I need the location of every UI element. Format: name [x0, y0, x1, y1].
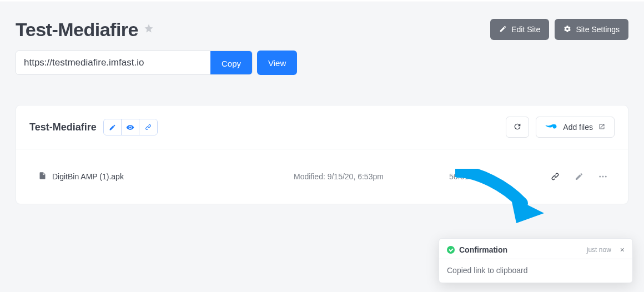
check-icon: [447, 246, 455, 254]
star-icon[interactable]: [144, 23, 154, 36]
more-icon[interactable]: [598, 172, 608, 182]
eye-icon[interactable]: [122, 119, 139, 135]
edit-site-label: Edit Site: [511, 25, 540, 34]
refresh-icon: [513, 122, 522, 133]
edit-icon[interactable]: [104, 119, 122, 135]
gear-icon: [564, 25, 571, 34]
toast-time: just now: [587, 246, 611, 254]
add-files-label: Add files: [563, 123, 593, 132]
page-title: Test-Mediafire: [16, 19, 138, 41]
pencil-icon: [499, 25, 507, 34]
card-title: Test-Mediafire: [29, 122, 97, 133]
confirmation-toast: Confirmation just now × Copied link to c…: [439, 238, 633, 283]
site-settings-label: Site Settings: [576, 25, 620, 34]
refresh-button[interactable]: [506, 117, 529, 138]
site-url-input[interactable]: [16, 51, 210, 74]
file-row[interactable]: DigitBin AMP (1).apk Modified: 9/15/20, …: [16, 149, 628, 204]
mediafire-icon: [545, 122, 557, 133]
file-edit-icon[interactable]: [575, 172, 583, 181]
link-icon[interactable]: [139, 119, 157, 135]
file-link-icon[interactable]: [550, 172, 560, 182]
file-icon: [38, 172, 47, 182]
file-size: 56.61 KB: [449, 172, 549, 181]
close-icon[interactable]: ×: [620, 246, 625, 254]
file-name: DigitBin AMP (1).apk: [52, 172, 124, 181]
view-site-button[interactable]: View: [257, 51, 297, 75]
site-settings-button[interactable]: Site Settings: [555, 19, 628, 40]
toast-body: Copied link to clipboard: [439, 259, 632, 283]
copy-url-button[interactable]: Copy: [210, 51, 252, 75]
file-modified: Modified: 9/15/20, 6:53pm: [294, 172, 449, 181]
svg-point-1: [602, 176, 604, 178]
svg-point-0: [599, 176, 601, 178]
svg-point-2: [605, 176, 607, 178]
edit-site-button[interactable]: Edit Site: [490, 19, 549, 40]
add-files-button[interactable]: Add files: [536, 117, 615, 138]
toast-title: Confirmation: [459, 245, 582, 254]
external-link-icon: [598, 123, 605, 132]
